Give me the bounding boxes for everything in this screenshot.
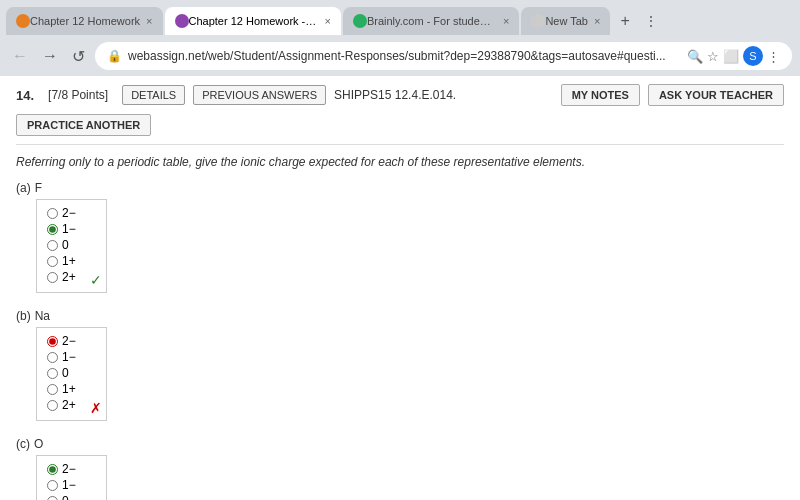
label-c-0: 0 [62, 494, 69, 500]
label-b-2minus: 2− [62, 334, 76, 348]
radio-a-2plus[interactable] [47, 272, 58, 283]
tab-title-4: New Tab [545, 15, 588, 27]
option-b-1plus: 1+ [47, 382, 76, 396]
back-button[interactable]: ← [8, 45, 32, 67]
my-notes-button[interactable]: MY NOTES [561, 84, 640, 106]
radio-b-2plus[interactable] [47, 400, 58, 411]
details-button[interactable]: DETAILS [122, 85, 185, 105]
radio-b-2minus[interactable] [47, 336, 58, 347]
label-a-2minus: 2− [62, 206, 76, 220]
new-tab-button[interactable]: + [612, 10, 637, 32]
option-c-1minus: 1− [47, 478, 76, 492]
sub-letter-a: (a) [16, 181, 31, 195]
url-text: webassign.net/web/Student/Assignment-Res… [128, 49, 681, 63]
tab-title-2: Chapter 12 Homework - PH... [189, 15, 319, 27]
element-c: O [34, 437, 43, 451]
search-icon[interactable]: 🔍 [687, 49, 703, 64]
tab-favicon-1 [16, 14, 30, 28]
points-badge: [7/8 Points] [48, 88, 108, 102]
element-a: F [35, 181, 42, 195]
option-b-0: 0 [47, 366, 76, 380]
tab-favicon-4 [531, 14, 545, 28]
radio-a-0[interactable] [47, 240, 58, 251]
url-bar[interactable]: 🔒 webassign.net/web/Student/Assignment-R… [95, 42, 792, 70]
label-b-2plus: 2+ [62, 398, 76, 412]
option-b-1minus: 1− [47, 350, 76, 364]
tab-close-1[interactable]: × [146, 15, 152, 27]
sub-question-a: (a) F 2− 1− 0 1+ 2+ ✓ [16, 181, 784, 293]
radio-c-1minus[interactable] [47, 480, 58, 491]
options-box-c: 2− 1− 0 1+ 2+ ✓ [36, 455, 107, 500]
url-icons: 🔍 ☆ ⬜ S ⋮ [687, 46, 780, 66]
reload-button[interactable]: ↺ [68, 45, 89, 68]
tab-brainly[interactable]: Brainly.com - For students... × [343, 7, 519, 35]
option-b-2minus: 2− [47, 334, 76, 348]
address-bar: ← → ↺ 🔒 webassign.net/web/Student/Assign… [0, 36, 800, 76]
option-c-2minus: 2− [47, 462, 76, 476]
options-box-a: 2− 1− 0 1+ 2+ ✓ [36, 199, 107, 293]
tab-chapter12-ph[interactable]: Chapter 12 Homework - PH... × [165, 7, 341, 35]
tab-title-1: Chapter 12 Homework [30, 15, 140, 27]
option-a-2minus: 2− [47, 206, 76, 220]
label-a-1minus: 1− [62, 222, 76, 236]
radio-a-2minus[interactable] [47, 208, 58, 219]
question-header: 14. [7/8 Points] DETAILS PREVIOUS ANSWER… [16, 84, 784, 145]
tab-icon[interactable]: ⬜ [723, 49, 739, 64]
option-a-0: 0 [47, 238, 76, 252]
tab-favicon-2 [175, 14, 189, 28]
tab-close-2[interactable]: × [325, 15, 331, 27]
label-b-1plus: 1+ [62, 382, 76, 396]
sub-letter-c: (c) [16, 437, 30, 451]
practice-another-button[interactable]: PRACTICE ANOTHER [16, 114, 151, 136]
previous-answers-button[interactable]: PREVIOUS ANSWERS [193, 85, 326, 105]
option-c-0: 0 [47, 494, 76, 500]
radio-a-1minus[interactable] [47, 224, 58, 235]
sub-label-b: (b) Na [16, 309, 784, 323]
options-box-b: 2− 1− 0 1+ 2+ ✗ [36, 327, 107, 421]
tab-new[interactable]: New Tab × [521, 7, 610, 35]
radio-c-2minus[interactable] [47, 464, 58, 475]
radio-c-0[interactable] [47, 496, 58, 501]
ask-teacher-button[interactable]: ASK YOUR TEACHER [648, 84, 784, 106]
option-b-2plus: 2+ [47, 398, 76, 412]
sub-question-c: (c) O 2− 1− 0 1+ 2+ ✓ [16, 437, 784, 500]
sub-label-c: (c) O [16, 437, 784, 451]
status-icon-a: ✓ [90, 272, 102, 288]
shipps-label: SHIPPS15 12.4.E.014. [334, 88, 456, 102]
label-b-0: 0 [62, 366, 69, 380]
option-a-2plus: 2+ [47, 270, 76, 284]
element-b: Na [35, 309, 50, 323]
tab-title-3: Brainly.com - For students... [367, 15, 497, 27]
radio-b-0[interactable] [47, 368, 58, 379]
question-number: 14. [16, 88, 34, 103]
status-icon-b: ✗ [90, 400, 102, 416]
tab-more-button[interactable]: ⋮ [638, 11, 664, 31]
tab-close-3[interactable]: × [503, 15, 509, 27]
radio-b-1plus[interactable] [47, 384, 58, 395]
label-c-1minus: 1− [62, 478, 76, 492]
tab-chapter12-hw[interactable]: Chapter 12 Homework × [6, 7, 163, 35]
tab-favicon-3 [353, 14, 367, 28]
radio-b-1minus[interactable] [47, 352, 58, 363]
radio-a-1plus[interactable] [47, 256, 58, 267]
label-b-1minus: 1− [62, 350, 76, 364]
question-text: Referring only to a periodic table, give… [16, 155, 784, 169]
page-content: 14. [7/8 Points] DETAILS PREVIOUS ANSWER… [0, 76, 800, 500]
option-a-1plus: 1+ [47, 254, 76, 268]
tab-bar: Chapter 12 Homework × Chapter 12 Homewor… [0, 0, 800, 36]
menu-icon[interactable]: ⋮ [767, 49, 780, 64]
label-a-2plus: 2+ [62, 270, 76, 284]
sub-question-b: (b) Na 2− 1− 0 1+ 2+ ✗ [16, 309, 784, 421]
forward-button[interactable]: → [38, 45, 62, 67]
profile-icon[interactable]: S [743, 46, 763, 66]
tab-close-4[interactable]: × [594, 15, 600, 27]
label-a-1plus: 1+ [62, 254, 76, 268]
sub-label-a: (a) F [16, 181, 784, 195]
label-a-0: 0 [62, 238, 69, 252]
label-c-2minus: 2− [62, 462, 76, 476]
sub-letter-b: (b) [16, 309, 31, 323]
option-a-1minus: 1− [47, 222, 76, 236]
bookmark-icon[interactable]: ☆ [707, 49, 719, 64]
